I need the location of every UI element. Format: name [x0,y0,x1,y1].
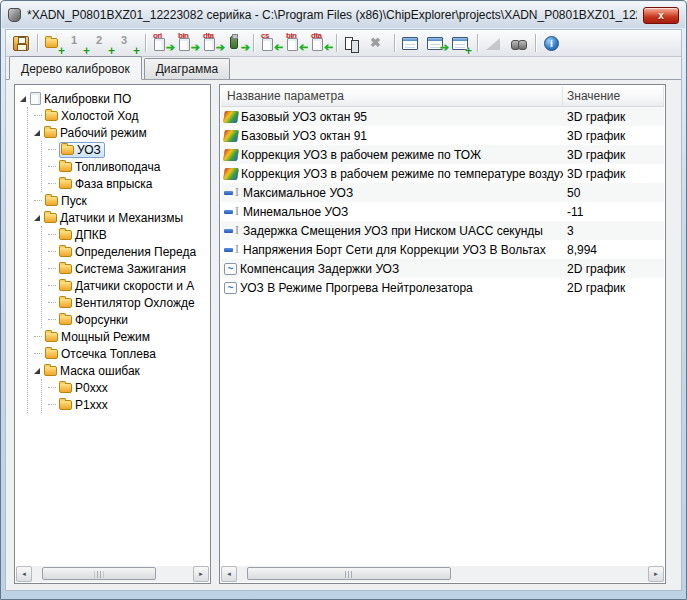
tree-item-label: Форсунки [75,313,128,327]
tree-item[interactable]: ДПКВ [48,226,209,243]
tree-item[interactable]: P1xxx [48,396,209,413]
table-row[interactable]: ~Компенсация Задержки УОЗ2D график [221,259,664,278]
tree-item[interactable]: Отсечка Топлева [34,345,209,362]
scroll-left-button[interactable]: ◄ [221,566,237,582]
table-row[interactable]: IМаксимальное УОЗ50 [221,183,664,202]
import-bin-button[interactable]: bin➔ [283,32,307,55]
table-row[interactable]: Базовый УОЗ октан 913D график [221,126,664,145]
expander-icon[interactable] [34,215,40,221]
tree-item[interactable]: Мощный Режим [34,328,209,345]
scroll-track[interactable] [237,566,648,582]
tree-item[interactable]: Топливоподача [48,158,209,175]
tree-item-label: Маска ошибак [60,364,140,378]
folder-add-icon: + [42,32,66,55]
toolbar: + 1+ 2+ 3+ ori➔ bin➔ dta➔ ➔ cs➔ bin➔ dta… [6,30,681,57]
tree-item[interactable]: Калибровки ПО [20,90,209,107]
tab-diagram[interactable]: Диаграмма [144,58,230,79]
tree-connector [48,268,56,269]
save-button[interactable] [9,32,33,55]
scroll-right-button[interactable]: ► [648,566,664,582]
tree-children: P0xxxP1xxx [41,379,209,413]
toolbar-separator [145,34,146,52]
parameter-value: 3D график [563,167,664,181]
scroll-track[interactable] [32,566,193,582]
add-project-button[interactable]: + [42,32,66,55]
export-dta-button[interactable]: dta➔ [200,32,224,55]
folder-icon [44,128,57,138]
slot-1-button[interactable]: 1+ [67,32,91,55]
import-dta-button[interactable]: dta➔ [308,32,332,55]
tree-item[interactable]: УОЗ [48,141,209,158]
column-header-name[interactable]: Название параметра [221,86,563,106]
tree-item[interactable]: Датчики и Механизмы [34,209,209,226]
scroll-right-button[interactable]: ► [193,566,209,582]
tree-node: Топливоподача [48,158,209,175]
compare-button[interactable] [341,32,365,55]
tree-connector [48,285,56,286]
tree-item[interactable]: Система Зажигания [48,260,209,277]
scalar-icon: I [224,206,240,218]
tree-item[interactable]: P0xxx [48,379,209,396]
scroll-thumb[interactable] [42,567,156,580]
curve-2d-icon: ~ [224,282,237,294]
tree-selection: УОЗ [59,142,105,158]
tree-node: Система Зажигания [48,260,209,277]
tree-item[interactable]: Фаза впрыска [48,175,209,192]
export-ori-button[interactable]: ori➔ [150,32,174,55]
binoculars-icon [511,40,527,48]
tree-item[interactable]: Рабочий режим [34,124,209,141]
table-row[interactable]: Базовый УОЗ октан 953D график [221,107,664,126]
tree-node: Определения Переда [48,243,209,260]
export-usb-button[interactable]: ➔ [225,32,249,55]
tree-connector [48,404,56,405]
params-hscrollbar[interactable]: ◄ ► [221,566,664,582]
parameter-name-cell: IМинемальное УОЗ [221,205,563,219]
table-row[interactable]: IЗадержка Смещения УОЗ при Ниском UACC с… [221,221,664,240]
expander-icon[interactable] [20,96,26,102]
tree-item-label: Отсечка Топлева [61,347,156,361]
close-button[interactable]: x [643,7,679,24]
table-row[interactable]: IНапряжения Борт Сети для Коррекции УОЗ … [221,240,664,259]
info-button[interactable]: i [540,32,564,55]
parameter-name: Базовый УОЗ октан 91 [241,129,367,143]
slot-3-button[interactable]: 3+ [117,32,141,55]
import-cs-button[interactable]: cs➔ [258,32,282,55]
table-window-button[interactable] [399,32,423,55]
title-bar[interactable]: *XADN_P0801BXZ01_12223082 серийка - C:\P… [2,2,685,28]
column-header-value[interactable]: Значение [563,86,664,106]
scroll-left-button[interactable]: ◄ [16,566,32,582]
window-export-icon: ➔ [424,32,448,55]
export-bin-button[interactable]: bin➔ [175,32,199,55]
tree-item[interactable]: Определения Переда [48,243,209,260]
search-button[interactable] [507,32,531,55]
tree-item[interactable]: Датчики скорости и А [48,277,209,294]
table-row[interactable]: IМинемальное УОЗ-11 [221,202,664,221]
slot-2-button[interactable]: 2+ [92,32,116,55]
window-add-button[interactable]: + [449,32,473,55]
tree-item[interactable]: Пуск [34,192,209,209]
table-row[interactable]: ~УОЗ В Режиме Прогрева Нейтролезатора2D … [221,278,664,297]
save-icon [13,36,29,51]
folder-icon [59,179,72,189]
parameter-name-cell: ~Компенсация Задержки УОЗ [221,262,563,276]
tree-connector [48,183,56,184]
tab-bar: Дерево калибровок Диаграмма [6,57,681,80]
tree-item[interactable]: Форсунки [48,311,209,328]
window-export-button[interactable]: ➔ [424,32,448,55]
expander-icon[interactable] [34,130,40,136]
tree-item[interactable]: Холостой Ход [34,107,209,124]
tree-hscrollbar[interactable]: ◄ ► [16,566,209,582]
tree-item-label: Мощный Режим [61,330,150,344]
angle-icon [486,38,500,50]
expander-icon[interactable] [34,368,40,374]
tree-item[interactable]: Вентилятор Охложде [48,294,209,311]
parameter-name-cell: Коррекция УОЗ в рабочем режиме по ТОЖ [221,148,563,162]
scroll-thumb[interactable] [247,567,451,580]
table-row[interactable]: Коррекция УОЗ в рабочем режиме по темпер… [221,164,664,183]
tab-calibration-tree[interactable]: Дерево калибровок [9,56,142,80]
table-row[interactable]: Коррекция УОЗ в рабочем режиме по ТОЖ3D … [221,145,664,164]
window-title: *XADN_P0801BXZ01_12223082 серийка - C:\P… [27,8,637,22]
slot-2-icon: 2+ [92,32,116,55]
parameter-name: Коррекция УОЗ в рабочем режиме по темпер… [241,167,563,181]
tree-item[interactable]: Маска ошибак [34,362,209,379]
